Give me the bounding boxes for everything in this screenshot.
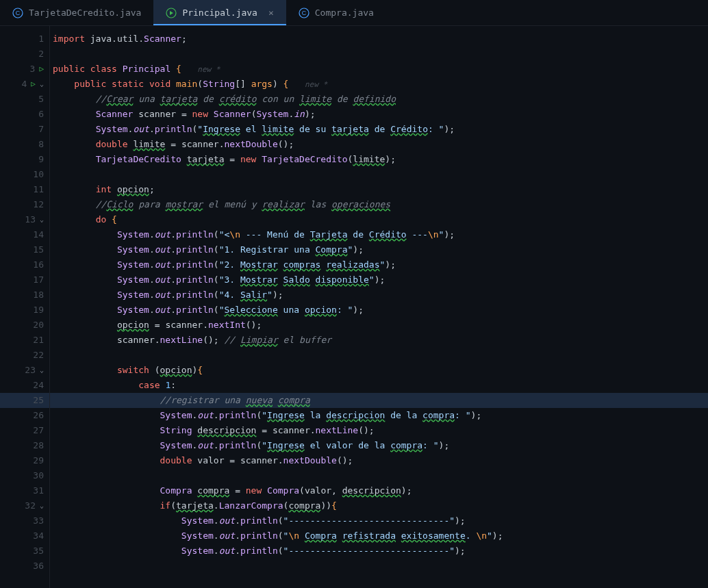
code-line[interactable]: System.out.println("2. Mostrar compras r… [50, 257, 708, 272]
code-editor[interactable]: 123▷4▷⌄5678910111213⌄1415161718192021222… [0, 26, 708, 588]
line-number: 27 [0, 423, 49, 438]
line-number: 35 [0, 544, 49, 559]
code-line[interactable] [50, 559, 708, 574]
code-line[interactable]: System.out.println("--------------------… [50, 544, 708, 559]
code-area[interactable]: import java.util.Scanner;public class Pr… [49, 26, 708, 588]
code-line[interactable] [50, 167, 708, 182]
line-number: 15 [0, 242, 49, 257]
run-icon[interactable]: ▷ [31, 77, 36, 92]
tab-label: Compra.java [315, 8, 374, 18]
code-line[interactable]: public static void main(String[] args) {… [50, 77, 708, 92]
fold-icon[interactable]: ⌄ [40, 498, 44, 513]
fold-icon[interactable]: ⌄ [40, 363, 44, 378]
line-number: 22 [0, 348, 49, 363]
code-line[interactable]: int opcion; [50, 182, 708, 197]
code-line[interactable]: import java.util.Scanner; [50, 31, 708, 47]
line-number: 3▷ [0, 62, 49, 77]
line-number: 26 [0, 408, 49, 423]
svg-text:C: C [302, 10, 307, 16]
code-line[interactable]: System.out.println("\n Compra refistrada… [50, 528, 708, 544]
code-line[interactable]: TarjetaDeCredito tarjeta = new TarjetaDe… [50, 152, 708, 167]
code-line[interactable]: String descripcion = scanner.nextLine(); [50, 423, 708, 438]
line-number: 7 [0, 122, 49, 137]
code-line[interactable]: public class Principal { new * [50, 62, 708, 77]
code-line[interactable]: Scanner scanner = new Scanner(System.in)… [50, 107, 708, 122]
code-line[interactable]: double limite = scanner.nextDouble(); [50, 137, 708, 152]
code-line[interactable]: switch (opcion){ [50, 363, 708, 378]
code-line[interactable]: //Ciclo para mostrar el menú y realizar … [50, 197, 708, 212]
code-line[interactable]: System.out.println("1. Registrar una Com… [50, 242, 708, 257]
tab-label: Principal.java [182, 8, 257, 18]
line-number: 16 [0, 257, 49, 272]
line-number: 8 [0, 137, 49, 152]
line-number: 34 [0, 528, 49, 544]
line-number: 32⌄ [0, 498, 49, 513]
code-line[interactable] [50, 348, 708, 363]
line-number: 12 [0, 197, 49, 212]
code-line[interactable]: System.out.println("<\n --- Menú de Tarj… [50, 227, 708, 242]
line-number: 18 [0, 287, 49, 303]
code-line[interactable]: do { [50, 212, 708, 227]
tab-principal[interactable]: Principal.java × [153, 0, 286, 25]
line-number: 11 [0, 182, 49, 197]
code-line[interactable] [50, 468, 708, 483]
editor-tabs: C TarjetaDeCredito.java Principal.java ×… [0, 0, 708, 26]
code-line[interactable]: System.out.println("Seleccione una opcio… [50, 303, 708, 318]
run-icon[interactable]: ▷ [39, 62, 44, 77]
code-line[interactable]: System.out.println("Ingrese la descripci… [50, 408, 708, 423]
code-line[interactable]: scanner.nextLine(); // Limpiar el buffer [50, 333, 708, 348]
line-number: 28 [0, 438, 49, 453]
close-icon[interactable]: × [268, 8, 274, 18]
line-number: 13⌄ [0, 212, 49, 227]
line-gutter: 123▷4▷⌄5678910111213⌄1415161718192021222… [0, 26, 49, 588]
java-class-icon: C [299, 8, 309, 18]
line-number: 17 [0, 272, 49, 287]
tab-tarjeta[interactable]: C TarjetaDeCredito.java [0, 0, 153, 25]
line-number: 29 [0, 453, 49, 468]
line-number: 19 [0, 303, 49, 318]
fold-icon[interactable]: ⌄ [40, 77, 44, 92]
code-line[interactable]: if(tarjeta.LanzarCompra(compra)){ [50, 498, 708, 513]
code-line[interactable]: double valor = scanner.nextDouble(); [50, 453, 708, 468]
line-number: 21 [0, 333, 49, 348]
code-line[interactable]: System.out.println("4. Salir"); [50, 287, 708, 303]
line-number: 20 [0, 318, 49, 333]
code-line[interactable]: System.out.println("Ingrese el valor de … [50, 438, 708, 453]
code-line[interactable] [50, 47, 708, 62]
line-number: 10 [0, 167, 49, 182]
fold-icon[interactable]: ⌄ [40, 212, 44, 227]
line-number: 1 [0, 31, 49, 47]
svg-text:C: C [16, 10, 21, 16]
line-number: 6 [0, 107, 49, 122]
line-number: 36 [0, 559, 49, 574]
code-line[interactable]: opcion = scanner.nextInt(); [50, 318, 708, 333]
code-line[interactable]: System.out.println("3. Mostrar Saldo dis… [50, 272, 708, 287]
line-number: 2 [0, 47, 49, 62]
java-class-icon [166, 8, 177, 18]
line-number: 25 [0, 393, 49, 408]
code-line[interactable]: //Crear una tarjeta de crédito con un li… [50, 92, 708, 107]
code-line[interactable]: System.out.println("Ingrese el limite de… [50, 122, 708, 137]
tab-compra[interactable]: C Compra.java [286, 0, 386, 25]
java-class-icon: C [12, 8, 23, 18]
line-number: 4▷⌄ [0, 77, 49, 92]
code-line[interactable]: Compra compra = new Compra(valor, descri… [50, 483, 708, 498]
line-number: 9 [0, 152, 49, 167]
code-line[interactable]: //registrar una nueva compra [50, 393, 708, 408]
line-number: 30 [0, 468, 49, 483]
code-line[interactable]: case 1: [50, 378, 708, 393]
line-number: 31 [0, 483, 49, 498]
line-number: 33 [0, 513, 49, 528]
code-line[interactable]: System.out.println("--------------------… [50, 513, 708, 528]
line-number: 14 [0, 227, 49, 242]
line-number: 23⌄ [0, 363, 49, 378]
line-number: 24 [0, 378, 49, 393]
tab-label: TarjetaDeCredito.java [29, 8, 141, 18]
line-number: 5 [0, 92, 49, 107]
